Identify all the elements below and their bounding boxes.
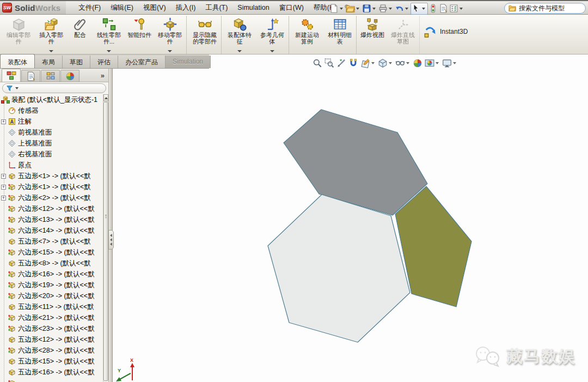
displaymanager-tab[interactable] bbox=[60, 70, 79, 82]
undo-button[interactable] bbox=[394, 3, 411, 15]
tree-item[interactable]: 右视基准面 bbox=[0, 149, 103, 160]
tab-office-products[interactable]: 办公室产品 bbox=[118, 56, 166, 68]
dropdown-caret-icon[interactable] bbox=[422, 8, 425, 10]
tree-root[interactable]: 装配 (默认<默认_显示状态-1 bbox=[0, 94, 103, 105]
assembly-features-button[interactable]: 装配体特征 bbox=[223, 16, 256, 54]
dropdown-caret-icon[interactable] bbox=[356, 8, 359, 10]
tree-item[interactable]: 五边形<8> -> (默认<<默 bbox=[0, 258, 103, 269]
menu-item[interactable]: 窗口(W) bbox=[274, 2, 309, 14]
tree-item[interactable]: 六边形<16> -> (默认<<默 bbox=[0, 269, 103, 280]
view-settings-button[interactable] bbox=[441, 58, 458, 69]
menu-item[interactable]: Simulation bbox=[232, 2, 274, 13]
panel-splitter[interactable] bbox=[109, 69, 113, 382]
dropdown-caret-icon[interactable] bbox=[389, 62, 392, 64]
dropdown-caret-icon[interactable] bbox=[406, 62, 409, 64]
dropdown-caret-icon[interactable] bbox=[436, 62, 439, 64]
dropdown-caret-icon[interactable] bbox=[460, 8, 463, 10]
show-hidden-components-button[interactable]: 显示隐藏的零部件 bbox=[188, 16, 222, 54]
tree-item[interactable]: 六边形<19> -> (默认<<默 bbox=[0, 280, 103, 290]
new-document-button[interactable] bbox=[329, 3, 345, 15]
menu-item[interactable]: 编辑(E) bbox=[106, 2, 138, 14]
display-style-button[interactable] bbox=[377, 58, 394, 69]
tab-layout[interactable]: 布局 bbox=[35, 56, 63, 68]
open-button[interactable] bbox=[345, 3, 362, 15]
section-view-button[interactable] bbox=[347, 58, 359, 69]
scrollbar-thumb[interactable] bbox=[103, 102, 108, 381]
dropdown-caret-icon[interactable] bbox=[372, 8, 376, 10]
tree-filter[interactable] bbox=[2, 83, 106, 93]
dropdown-caret-icon[interactable] bbox=[340, 8, 343, 10]
print-button[interactable] bbox=[378, 3, 394, 15]
dropdown-caret-icon[interactable] bbox=[107, 50, 111, 52]
tree-item[interactable]: 五边形<1> -> (默认<<默 bbox=[0, 171, 103, 181]
menu-item[interactable]: 插入(I) bbox=[171, 2, 201, 14]
bill-of-materials-button[interactable]: 材料明细表 bbox=[323, 16, 357, 54]
tree-item[interactable]: 六边形<14> -> (默认<<默 bbox=[0, 225, 103, 236]
tree-item[interactable]: 原点 bbox=[0, 160, 103, 171]
hexagon-component-top[interactable] bbox=[284, 110, 427, 215]
smart-fasteners-button[interactable]: 智能扣件 bbox=[125, 16, 154, 54]
file-properties-button[interactable] bbox=[438, 3, 449, 15]
model-view[interactable]: X Y bbox=[109, 54, 588, 382]
scroll-up-arrow[interactable] bbox=[103, 94, 108, 101]
expand-toggle-icon[interactable] bbox=[1, 196, 6, 201]
tree-item[interactable]: 五边形<7> -> (默认<<默 bbox=[0, 236, 103, 247]
zoom-to-area-button[interactable] bbox=[323, 58, 335, 69]
dropdown-caret-icon[interactable] bbox=[405, 8, 408, 10]
tab-sketch[interactable]: 草图 bbox=[63, 56, 90, 68]
tree-item[interactable]: 六边形<20> -> (默认<<默 bbox=[0, 290, 103, 301]
rebuild-button[interactable] bbox=[428, 3, 438, 15]
graphics-viewport[interactable]: X Y bbox=[109, 54, 588, 382]
hexagon-component-bottom[interactable] bbox=[268, 195, 410, 342]
tree-item[interactable]: 五边形<16> -> (默认<<默 bbox=[0, 367, 103, 378]
tab-evaluate[interactable]: 评估 bbox=[90, 56, 118, 68]
expand-toggle-icon[interactable] bbox=[1, 185, 6, 190]
tree-item[interactable]: 六边形<1> -> (默认<<默 bbox=[0, 181, 103, 192]
search-input[interactable] bbox=[519, 4, 581, 12]
expand-toggle-icon[interactable] bbox=[1, 119, 6, 124]
move-component-button[interactable]: 移动零部件 bbox=[154, 16, 187, 54]
select-button[interactable] bbox=[411, 3, 428, 15]
tree-item[interactable]: 六边形<2> -> (默认<<默 bbox=[0, 192, 103, 203]
tree-item[interactable]: 六边形<15> -> (默认<<默 bbox=[0, 247, 103, 258]
configurationmanager-tab[interactable] bbox=[41, 70, 60, 82]
save-button[interactable] bbox=[362, 3, 378, 15]
exploded-view-button[interactable]: 爆炸视图 bbox=[358, 16, 387, 54]
explode-line-sketch-button[interactable]: 爆炸直线草图 bbox=[387, 16, 420, 54]
tree-item[interactable]: 注解 bbox=[0, 116, 103, 127]
view-orientation-button[interactable] bbox=[359, 58, 377, 69]
menu-item[interactable]: 工具(T) bbox=[200, 2, 232, 14]
menu-item[interactable]: 视图(V) bbox=[138, 2, 171, 14]
dropdown-caret-icon[interactable] bbox=[49, 50, 53, 52]
tree-item[interactable]: 五边形<12> -> (默认<<默 bbox=[0, 334, 103, 345]
panel-collapse-handle[interactable] bbox=[108, 230, 114, 250]
search-box[interactable] bbox=[504, 3, 586, 14]
new-motion-study-button[interactable]: 新建运动算例 bbox=[291, 16, 323, 54]
zoom-to-fit-button[interactable] bbox=[311, 58, 323, 69]
tab-simulation[interactable]: Simulation bbox=[166, 56, 211, 68]
apply-scene-button[interactable] bbox=[424, 58, 441, 69]
linear-component-pattern-button[interactable]: 线性零部件... bbox=[93, 16, 125, 54]
tree-item[interactable]: 传感器 bbox=[0, 105, 103, 116]
tab-assembly[interactable]: 装配体 bbox=[0, 54, 35, 68]
options-button[interactable] bbox=[449, 3, 465, 15]
dropdown-caret-icon[interactable] bbox=[389, 8, 392, 10]
panel-scrollbar[interactable] bbox=[103, 94, 108, 382]
insert-components-button[interactable]: 插入零部件 bbox=[35, 16, 68, 54]
tree-item[interactable]: 六边形<21> -> (默认<<默 bbox=[0, 312, 103, 323]
tree-item[interactable]: 六边形<13> -> (默认<<默 bbox=[0, 214, 103, 225]
previous-view-button[interactable] bbox=[335, 58, 347, 69]
tree-item[interactable]: 六边形<12> -> (默认<<默 bbox=[0, 203, 103, 214]
propertymanager-tab[interactable] bbox=[21, 70, 40, 82]
tree-item[interactable]: 六边形<28> -> (默认<<默 bbox=[0, 345, 103, 356]
dropdown-caret-icon[interactable] bbox=[237, 50, 242, 52]
hide-show-items-button[interactable] bbox=[394, 58, 412, 69]
expand-toggle-icon[interactable] bbox=[1, 174, 6, 179]
tree-item[interactable]: 前视基准面 bbox=[0, 127, 103, 138]
dropdown-caret-icon[interactable] bbox=[371, 62, 375, 64]
menu-item[interactable]: 文件(F) bbox=[74, 2, 106, 14]
tree-item[interactable]: 六边形<23> -> (默认<<默 bbox=[0, 323, 103, 334]
edit-appearance-button[interactable] bbox=[412, 58, 424, 69]
dropdown-caret-icon[interactable] bbox=[270, 50, 274, 52]
tree-item[interactable]: 五边形<11> -> (默认<<默 bbox=[0, 301, 103, 312]
